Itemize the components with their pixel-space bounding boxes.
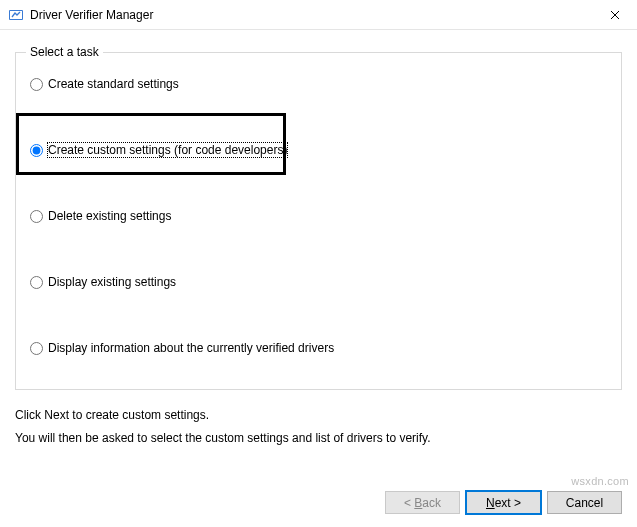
radio-label-display-info[interactable]: Display information about the currently … (48, 341, 334, 355)
radio-label-delete-existing[interactable]: Delete existing settings (48, 209, 171, 223)
close-button[interactable] (592, 0, 637, 30)
radio-delete-existing[interactable]: Delete existing settings (30, 209, 171, 223)
title-bar: Driver Verifier Manager (0, 0, 637, 30)
instructions: Click Next to create custom settings. Yo… (15, 404, 622, 450)
radio-label-create-custom[interactable]: Create custom settings (for code develop… (48, 143, 287, 157)
radio-input-create-standard[interactable] (30, 78, 43, 91)
radio-label-display-existing[interactable]: Display existing settings (48, 275, 176, 289)
radio-input-display-existing[interactable] (30, 276, 43, 289)
instruction-line-1: Click Next to create custom settings. (15, 404, 622, 427)
client-area: Select a task Create standard settings C… (0, 30, 637, 527)
radio-display-existing[interactable]: Display existing settings (30, 275, 176, 289)
radio-input-delete-existing[interactable] (30, 210, 43, 223)
next-button[interactable]: Next > (466, 491, 541, 514)
radio-create-standard[interactable]: Create standard settings (30, 77, 179, 91)
svg-rect-1 (10, 11, 22, 19)
groupbox-legend: Select a task (26, 45, 103, 59)
radio-label-create-standard[interactable]: Create standard settings (48, 77, 179, 91)
watermark: wsxdn.com (571, 475, 629, 487)
window-title: Driver Verifier Manager (30, 8, 592, 22)
back-button: < Back (385, 491, 460, 514)
button-bar: < Back Next > Cancel (385, 491, 622, 514)
instruction-line-2: You will then be asked to select the cus… (15, 427, 622, 450)
app-icon (8, 7, 24, 23)
radio-input-create-custom[interactable] (30, 144, 43, 157)
radio-input-display-info[interactable] (30, 342, 43, 355)
radio-display-info[interactable]: Display information about the currently … (30, 341, 334, 355)
cancel-button[interactable]: Cancel (547, 491, 622, 514)
close-icon (610, 10, 620, 20)
task-groupbox: Select a task Create standard settings C… (15, 45, 622, 390)
radio-create-custom[interactable]: Create custom settings (for code develop… (30, 143, 287, 157)
